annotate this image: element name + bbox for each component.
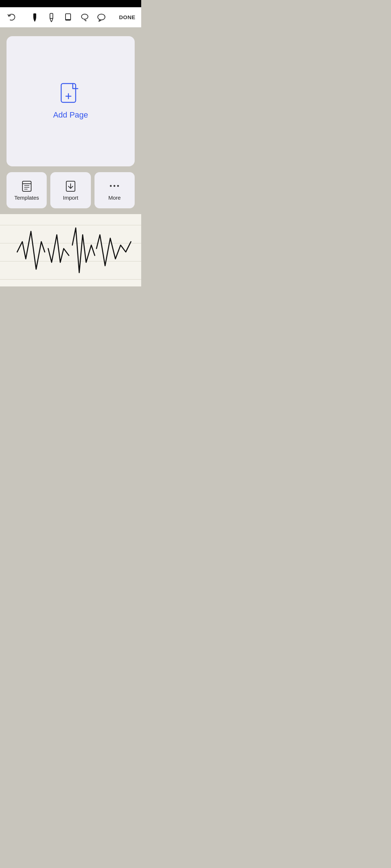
add-page-card[interactable]: Add Page bbox=[7, 36, 135, 166]
toolbar-tools bbox=[29, 12, 107, 23]
canvas-area: Add Page Templates bbox=[0, 27, 141, 214]
action-row: Templates Import More bbox=[7, 172, 135, 208]
svg-point-8 bbox=[81, 14, 88, 19]
chat-icon[interactable] bbox=[96, 12, 107, 23]
templates-button[interactable]: Templates bbox=[7, 172, 47, 208]
svg-rect-13 bbox=[22, 181, 31, 191]
toolbar-left bbox=[6, 12, 17, 23]
pen-icon[interactable] bbox=[46, 12, 57, 23]
add-page-icon bbox=[60, 83, 81, 106]
eraser-icon[interactable] bbox=[62, 12, 74, 23]
import-label: Import bbox=[63, 195, 79, 201]
svg-marker-2 bbox=[34, 21, 35, 22]
marker-icon[interactable] bbox=[29, 12, 41, 23]
handwriting-svg bbox=[0, 214, 141, 286]
svg-rect-10 bbox=[61, 84, 76, 102]
import-button[interactable]: Import bbox=[50, 172, 91, 208]
toolbar: DONE bbox=[0, 7, 141, 27]
import-icon bbox=[65, 180, 76, 192]
status-bar bbox=[0, 0, 141, 7]
templates-label: Templates bbox=[14, 195, 39, 201]
writing-area bbox=[0, 214, 141, 286]
svg-rect-3 bbox=[50, 13, 53, 18]
svg-marker-4 bbox=[50, 18, 53, 21]
svg-point-22 bbox=[117, 185, 119, 187]
lasso-icon[interactable] bbox=[79, 12, 91, 23]
svg-point-20 bbox=[110, 185, 112, 187]
svg-rect-0 bbox=[33, 13, 36, 18]
undo-icon[interactable] bbox=[6, 12, 17, 23]
svg-marker-1 bbox=[33, 18, 36, 21]
more-label: More bbox=[108, 195, 121, 201]
templates-icon bbox=[21, 180, 33, 192]
add-page-label: Add Page bbox=[53, 110, 88, 120]
more-icon bbox=[109, 180, 120, 192]
svg-point-9 bbox=[98, 14, 105, 20]
more-button[interactable]: More bbox=[94, 172, 135, 208]
svg-point-21 bbox=[114, 185, 115, 187]
done-button[interactable]: DONE bbox=[119, 14, 135, 20]
